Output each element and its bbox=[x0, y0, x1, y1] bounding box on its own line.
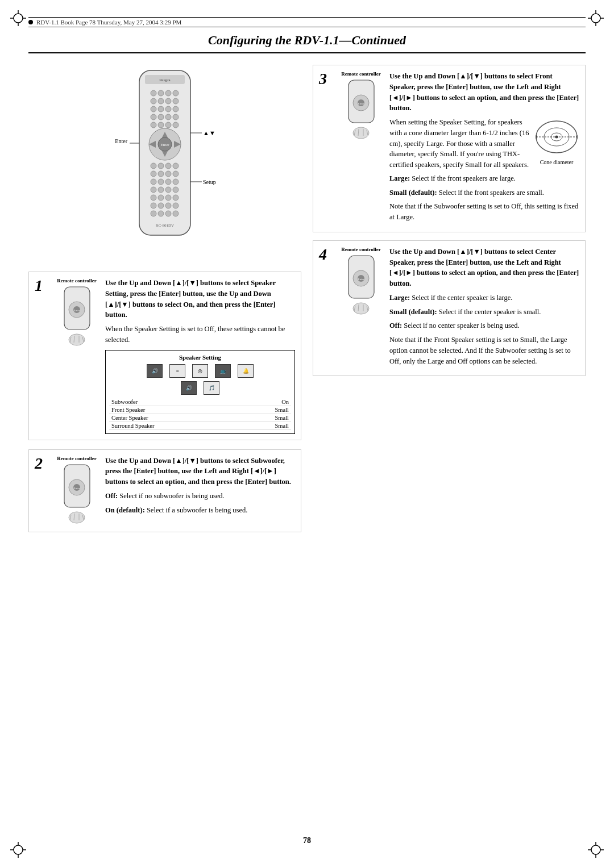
step3-note: Note that if the Subwoofer setting is se… bbox=[389, 201, 579, 223]
remote-controller-image: integra bbox=[114, 65, 216, 258]
svg-point-60 bbox=[165, 179, 171, 185]
main-content: integra bbox=[28, 65, 586, 541]
svg-point-24 bbox=[158, 90, 164, 96]
svg-point-68 bbox=[165, 195, 171, 201]
step2-remote-col: Remote controller Enter bbox=[54, 456, 99, 526]
svg-point-72 bbox=[165, 203, 171, 208]
step1-text: Use the Up and Down [▲]/[▼] buttons to s… bbox=[105, 278, 295, 434]
step4-note: Note that if the Front Speaker setting i… bbox=[389, 335, 579, 366]
svg-point-35 bbox=[151, 114, 156, 120]
svg-point-69 bbox=[173, 195, 179, 201]
svg-point-42 bbox=[173, 122, 179, 128]
page-number: 78 bbox=[303, 836, 311, 845]
subwoofer-value: On bbox=[240, 398, 291, 406]
svg-point-66 bbox=[151, 195, 156, 201]
speaker-icon-6: 🔊 bbox=[181, 381, 197, 395]
cone-svg bbox=[534, 117, 579, 157]
svg-point-75 bbox=[158, 211, 164, 216]
svg-point-36 bbox=[158, 114, 164, 120]
step3-remote-col: Remote controller Enter bbox=[338, 71, 384, 226]
right-column: 3 Remote controller Enter bbox=[313, 65, 586, 541]
svg-point-98 bbox=[69, 512, 85, 523]
speaker-row-subwoofer: Subwoofer On bbox=[109, 398, 291, 406]
subwoofer-label: Subwoofer bbox=[109, 398, 240, 406]
svg-point-31 bbox=[151, 106, 156, 112]
step3-text: Use the Up and Down [▲]/[▼] buttons to s… bbox=[389, 71, 579, 226]
step1-remote-col: Remote controller Enter bbox=[54, 278, 99, 434]
svg-point-30 bbox=[173, 98, 179, 104]
step2-box: 2 Remote controller Enter bbox=[28, 449, 301, 532]
step1-remote-label: Remote controller bbox=[57, 278, 97, 283]
speaker-row-surround: Surround Speaker Small bbox=[109, 422, 291, 429]
step2-remote-label: Remote controller bbox=[57, 456, 97, 461]
center-label: Center Speaker bbox=[109, 414, 240, 422]
svg-point-54 bbox=[151, 171, 156, 177]
svg-point-123 bbox=[353, 303, 369, 314]
speaker-icon-7: 🎵 bbox=[204, 381, 219, 395]
svg-point-29 bbox=[165, 98, 171, 104]
svg-text:integra: integra bbox=[159, 78, 171, 82]
speaker-list: Subwoofer On Front Speaker Small Center … bbox=[109, 398, 291, 430]
step1-number: 1 bbox=[35, 278, 48, 434]
step4-text: Use the Up and Down [▲]/[▼] buttons to s… bbox=[389, 247, 579, 370]
step3-heading: Use the Up and Down [▲]/[▼] buttons to s… bbox=[389, 72, 579, 112]
step2-off-label: Off: bbox=[105, 492, 118, 500]
surround-label: Surround Speaker bbox=[109, 422, 240, 429]
svg-point-71 bbox=[158, 203, 164, 208]
svg-point-51 bbox=[158, 163, 164, 169]
svg-point-76 bbox=[165, 211, 171, 216]
svg-text:Enter: Enter bbox=[358, 102, 364, 105]
step4-off-text: Select if no center speaker is being use… bbox=[404, 322, 519, 329]
step4-off-label: Off: bbox=[389, 322, 402, 329]
remote-image-area: integra bbox=[28, 65, 301, 260]
svg-point-62 bbox=[151, 187, 156, 193]
front-label: Front Speaker bbox=[109, 406, 240, 414]
step2-heading: Use the Up and Down [▲]/[▼] buttons to s… bbox=[105, 457, 291, 486]
svg-point-56 bbox=[165, 171, 171, 177]
svg-point-10 bbox=[14, 845, 23, 854]
svg-point-57 bbox=[173, 171, 179, 177]
speaker-icon-4: 📺 bbox=[215, 364, 231, 378]
step1-heading: Use the Up and Down [▲]/[▼] buttons to s… bbox=[105, 279, 276, 319]
svg-point-27 bbox=[151, 98, 156, 104]
step3-remote-label: Remote controller bbox=[341, 71, 381, 77]
step4-small-label: Small (default): bbox=[389, 308, 437, 316]
svg-point-67 bbox=[158, 195, 164, 201]
svg-point-73 bbox=[173, 203, 179, 208]
step2-text: Use the Up and Down [▲]/[▼] buttons to s… bbox=[105, 456, 295, 526]
svg-point-65 bbox=[173, 187, 179, 193]
step2-number: 2 bbox=[35, 456, 48, 526]
svg-text:Enter: Enter bbox=[358, 278, 364, 281]
svg-point-52 bbox=[165, 163, 171, 169]
speaker-icon-3: ◎ bbox=[192, 364, 208, 378]
step3-small-text: Select if the front speakers are small. bbox=[439, 189, 544, 197]
speaker-table: Speaker Setting 🔊 ≡ ◎ 📺 🔔 🔊 🎵 bbox=[105, 350, 295, 434]
step4-remote-col: Remote controller Enter bbox=[338, 247, 384, 370]
corner-mark-bottom-left bbox=[10, 842, 26, 858]
speaker-icons-row: 🔊 ≡ ◎ 📺 🔔 bbox=[109, 364, 291, 378]
step3-number: 3 bbox=[319, 71, 333, 226]
front-value: Small bbox=[240, 406, 291, 414]
svg-text:Enter: Enter bbox=[73, 309, 80, 312]
cone-label: Cone diameter bbox=[534, 159, 579, 165]
step1-box: 1 Remote controller Enter bbox=[28, 272, 301, 440]
svg-text:Enter: Enter bbox=[73, 487, 80, 490]
svg-point-23 bbox=[151, 90, 156, 96]
svg-point-25 bbox=[165, 90, 171, 96]
step3-small-label: Small (default): bbox=[389, 189, 437, 197]
svg-point-64 bbox=[165, 187, 171, 193]
svg-point-77 bbox=[173, 211, 179, 216]
step1-remote-svg: Enter bbox=[59, 286, 96, 348]
svg-point-40 bbox=[158, 122, 164, 128]
speaker-row-front: Front Speaker Small bbox=[109, 406, 291, 414]
svg-point-63 bbox=[158, 187, 164, 193]
svg-point-26 bbox=[173, 90, 179, 96]
svg-point-61 bbox=[173, 179, 179, 185]
svg-text:Enter: Enter bbox=[115, 138, 127, 144]
svg-point-28 bbox=[158, 98, 164, 104]
svg-point-70 bbox=[151, 203, 156, 208]
step2-on-text: Select if a subwoofer is being used. bbox=[147, 506, 247, 514]
step3-large-label: Large: bbox=[389, 174, 410, 182]
svg-point-74 bbox=[151, 211, 156, 216]
surround-value: Small bbox=[240, 422, 291, 429]
